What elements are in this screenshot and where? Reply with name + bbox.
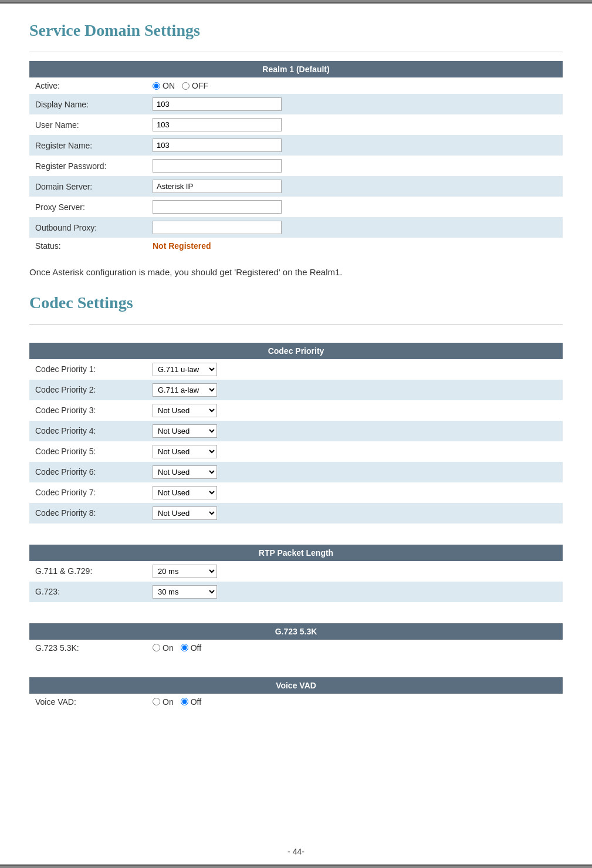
codec-priority-5-select[interactable]: G.711 u-law G.711 a-law G.729 G.723 Not … (153, 445, 217, 458)
register-password-value (147, 156, 563, 176)
status-text: Not Registered (153, 241, 211, 251)
display-name-label: Display Name: (29, 94, 147, 114)
realm-header: Realm 1 (Default) (29, 61, 563, 77)
codec-priority-6-select[interactable]: G.711 u-law G.711 a-law G.729 G.723 Not … (153, 465, 217, 479)
codec-priority-7-label: Codec Priority 7: (29, 482, 147, 503)
codec-priority-8-label: Codec Priority 8: (29, 503, 147, 523)
g723-5k-table: G.723 5.3K G.723 5.3K: On Off (29, 623, 563, 656)
g711-g729-select[interactable]: 10 ms 20 ms 30 ms 40 ms (153, 565, 217, 578)
codec-priority-7-row: Codec Priority 7: G.711 u-law G.711 a-la… (29, 482, 563, 503)
user-name-row: User Name: (29, 114, 563, 135)
description: Once Asterisk configuration is made, you… (29, 266, 563, 279)
codec-priority-1-select[interactable]: G.711 u-law G.711 a-law G.729 G.723 Not … (153, 363, 217, 376)
codec-priority-2-select[interactable]: G.711 u-law G.711 a-law G.729 G.723 Not … (153, 383, 217, 397)
register-name-input[interactable] (153, 139, 282, 152)
main-content: Service Domain Settings Realm 1 (Default… (0, 4, 592, 757)
g723-rtp-select[interactable]: 30 ms 60 ms (153, 585, 217, 599)
register-name-label: Register Name: (29, 135, 147, 156)
vad-header: Voice VAD (29, 677, 563, 694)
domain-server-label: Domain Server: (29, 176, 147, 197)
status-value: Not Registered (147, 238, 563, 254)
codec-priority-8-select[interactable]: G.711 u-law G.711 a-law G.729 G.723 Not … (153, 506, 217, 520)
codec-priority-7-value: G.711 u-law G.711 a-law G.729 G.723 Not … (147, 482, 563, 503)
top-divider (29, 52, 563, 52)
g723-5k-radio-group: On Off (153, 643, 557, 653)
vad-radio-group: On Off (153, 697, 557, 707)
domain-server-input[interactable] (153, 180, 282, 193)
vad-table: Voice VAD Voice VAD: On Off (29, 677, 563, 710)
vad-label: Voice VAD: (29, 694, 147, 710)
g723-5k-row: G.723 5.3K: On Off (29, 640, 563, 656)
active-off-radio[interactable] (182, 82, 190, 90)
proxy-server-input[interactable] (153, 200, 282, 214)
status-label: Status: (29, 238, 147, 254)
active-off-label[interactable]: OFF (182, 81, 208, 90)
active-radio-group: ON OFF (153, 81, 557, 90)
outbound-proxy-input[interactable] (153, 221, 282, 234)
register-password-input[interactable] (153, 159, 282, 173)
bottom-border (0, 864, 592, 868)
codec-priority-table: Codec Priority Codec Priority 1: G.711 u… (29, 343, 563, 523)
outbound-proxy-row: Outbound Proxy: (29, 217, 563, 238)
domain-server-value (147, 176, 563, 197)
codec-priority-3-label: Codec Priority 3: (29, 400, 147, 421)
page-number: - 44- (287, 847, 305, 856)
g723-5k-on-label[interactable]: On (153, 643, 174, 653)
register-name-row: Register Name: (29, 135, 563, 156)
g723-5k-label: G.723 5.3K: (29, 640, 147, 656)
g711-g729-label: G.711 & G.729: (29, 561, 147, 582)
register-password-row: Register Password: (29, 156, 563, 176)
proxy-server-row: Proxy Server: (29, 197, 563, 217)
active-row: Active: ON OFF (29, 77, 563, 94)
codec-priority-1-value: G.711 u-law G.711 a-law G.729 G.723 Not … (147, 359, 563, 380)
codec-priority-3-select[interactable]: G.711 u-law G.711 a-law G.729 G.723 Not … (153, 404, 217, 417)
codec-priority-8-value: G.711 u-law G.711 a-law G.729 G.723 Not … (147, 503, 563, 523)
vad-row: Voice VAD: On Off (29, 694, 563, 710)
vad-off-label[interactable]: Off (181, 697, 201, 707)
display-name-input[interactable] (153, 97, 282, 111)
codec-priority-1-row: Codec Priority 1: G.711 u-law G.711 a-la… (29, 359, 563, 380)
codec-priority-6-label: Codec Priority 6: (29, 462, 147, 482)
vad-header-row: Voice VAD (29, 677, 563, 694)
display-name-row: Display Name: (29, 94, 563, 114)
active-on-radio[interactable] (153, 82, 160, 90)
codec-priority-3-row: Codec Priority 3: G.711 u-law G.711 a-la… (29, 400, 563, 421)
footer: - 44- (0, 847, 592, 856)
codec-priority-2-row: Codec Priority 2: G.711 u-law G.711 a-la… (29, 380, 563, 400)
vad-off-radio[interactable] (181, 698, 188, 705)
g723-5k-header-row: G.723 5.3K (29, 623, 563, 640)
codec-priority-header-row: Codec Priority (29, 343, 563, 359)
codec-priority-4-row: Codec Priority 4: G.711 u-law G.711 a-la… (29, 421, 563, 441)
codec-priority-5-row: Codec Priority 5: G.711 u-law G.711 a-la… (29, 441, 563, 462)
proxy-server-value (147, 197, 563, 217)
vad-on-radio[interactable] (153, 698, 160, 705)
codec-priority-7-select[interactable]: G.711 u-law G.711 a-law G.729 G.723 Not … (153, 486, 217, 499)
rtp-table: RTP Packet Length G.711 & G.729: 10 ms 2… (29, 545, 563, 602)
codec-priority-3-value: G.711 u-law G.711 a-law G.729 G.723 Not … (147, 400, 563, 421)
g723-5k-off-label[interactable]: Off (181, 643, 201, 653)
codec-priority-5-label: Codec Priority 5: (29, 441, 147, 462)
user-name-input[interactable] (153, 118, 282, 131)
codec-priority-4-select[interactable]: G.711 u-law G.711 a-law G.729 G.723 Not … (153, 424, 217, 438)
domain-server-row: Domain Server: (29, 176, 563, 197)
codec-settings-title: Codec Settings (29, 293, 563, 312)
register-password-label: Register Password: (29, 156, 147, 176)
g723-5k-on-radio[interactable] (153, 644, 160, 651)
rtp-header-row: RTP Packet Length (29, 545, 563, 561)
active-on-label[interactable]: ON (153, 81, 175, 90)
codec-priority-6-row: Codec Priority 6: G.711 u-law G.711 a-la… (29, 462, 563, 482)
codec-priority-8-row: Codec Priority 8: G.711 u-law G.711 a-la… (29, 503, 563, 523)
vad-on-label[interactable]: On (153, 697, 174, 707)
codec-priority-2-label: Codec Priority 2: (29, 380, 147, 400)
active-value: ON OFF (147, 77, 563, 94)
g723-5k-off-radio[interactable] (181, 644, 188, 651)
user-name-value (147, 114, 563, 135)
user-name-label: User Name: (29, 114, 147, 135)
codec-priority-5-value: G.711 u-law G.711 a-law G.729 G.723 Not … (147, 441, 563, 462)
g723-rtp-value: 30 ms 60 ms (147, 582, 563, 602)
realm-table: Realm 1 (Default) Active: ON OFF Display… (29, 61, 563, 254)
codec-priority-4-value: G.711 u-law G.711 a-law G.729 G.723 Not … (147, 421, 563, 441)
outbound-proxy-label: Outbound Proxy: (29, 217, 147, 238)
g723-5k-header: G.723 5.3K (29, 623, 563, 640)
g723-rtp-row: G.723: 30 ms 60 ms (29, 582, 563, 602)
